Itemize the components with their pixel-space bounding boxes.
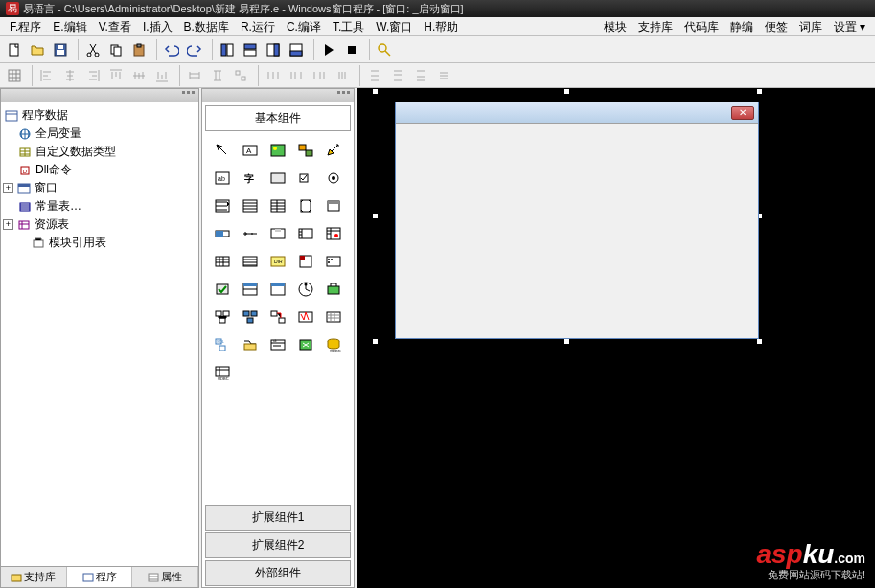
- tree-node-const[interactable]: 常量表…: [3, 197, 196, 215]
- component-item-2[interactable]: [265, 138, 290, 163]
- align-center-v-button[interactable]: [128, 65, 150, 86]
- component-item-19[interactable]: [321, 221, 346, 246]
- expand-icon[interactable]: +: [3, 183, 13, 193]
- align-right-button[interactable]: [82, 65, 104, 86]
- tree-node-datatype[interactable]: 自定义数据类型: [3, 143, 196, 161]
- tab-program[interactable]: 程序: [67, 567, 133, 587]
- component-item-10[interactable]: [210, 193, 235, 218]
- menu-module[interactable]: 模块: [598, 17, 633, 35]
- same-width-button[interactable]: [184, 65, 205, 86]
- component-item-1[interactable]: A: [238, 138, 263, 163]
- component-item-25[interactable]: [210, 277, 235, 302]
- component-item-35[interactable]: SQL: [210, 332, 235, 357]
- menu-window[interactable]: W.窗口: [370, 17, 418, 35]
- redo-button[interactable]: [184, 39, 205, 60]
- hspace-inc-button[interactable]: [286, 65, 307, 86]
- hspace-zero-button[interactable]: [332, 65, 353, 86]
- design-form-window[interactable]: ✕: [395, 102, 759, 339]
- component-item-9[interactable]: [321, 166, 346, 191]
- hspace-dec-button[interactable]: [309, 65, 330, 86]
- menu-staticcompile[interactable]: 静编: [725, 17, 759, 35]
- vspace-inc-button[interactable]: [387, 65, 408, 86]
- layout2-button[interactable]: [240, 39, 261, 60]
- component-item-12[interactable]: [265, 193, 290, 218]
- vspace-zero-button[interactable]: [433, 65, 454, 86]
- vspace-equal-button[interactable]: [364, 65, 385, 86]
- tree-root[interactable]: 程序数据: [3, 106, 196, 124]
- copy-button[interactable]: [105, 39, 127, 60]
- undo-button[interactable]: [161, 39, 182, 60]
- menu-codelib[interactable]: 代码库: [679, 17, 725, 35]
- find-button[interactable]: [374, 39, 395, 60]
- tree-node-dll[interactable]: D Dll命令: [3, 161, 196, 179]
- component-item-31[interactable]: [238, 305, 263, 329]
- menu-insert[interactable]: I.插入: [137, 17, 178, 35]
- align-bottom-button[interactable]: [151, 65, 173, 86]
- component-tab-external[interactable]: 外部组件: [205, 560, 351, 586]
- menu-compile[interactable]: C.编译: [281, 17, 327, 35]
- new-file-button[interactable]: [4, 39, 25, 60]
- save-button[interactable]: [50, 39, 71, 60]
- menu-database[interactable]: B.数据库: [178, 17, 235, 35]
- menu-file[interactable]: F.程序: [4, 17, 47, 35]
- component-item-16[interactable]: [238, 221, 263, 246]
- same-height-button[interactable]: [207, 65, 228, 86]
- component-item-38[interactable]: [293, 332, 318, 357]
- form-client-area[interactable]: [396, 124, 758, 338]
- align-center-h-button[interactable]: [59, 65, 81, 86]
- component-tab-basic[interactable]: 基本组件: [205, 105, 351, 131]
- open-file-button[interactable]: [27, 39, 48, 60]
- align-top-button[interactable]: [105, 65, 127, 86]
- component-item-40[interactable]: ODBC: [210, 360, 235, 385]
- component-item-37[interactable]: ab: [265, 332, 290, 357]
- layout3-button[interactable]: [263, 39, 284, 60]
- hspace-equal-button[interactable]: [263, 65, 284, 86]
- menu-view[interactable]: V.查看: [93, 17, 137, 35]
- align-left-button[interactable]: [36, 65, 58, 86]
- component-item-8[interactable]: [293, 166, 318, 191]
- component-item-14[interactable]: [321, 193, 346, 218]
- tree-node-moduleref[interactable]: 模块引用表: [3, 234, 196, 252]
- component-item-18[interactable]: [293, 221, 318, 246]
- component-item-34[interactable]: [321, 305, 346, 329]
- tab-support-lib[interactable]: 支持库: [1, 567, 67, 587]
- same-size-button[interactable]: [230, 65, 251, 86]
- component-item-23[interactable]: [293, 249, 318, 274]
- form-designer[interactable]: ✕: [357, 88, 875, 588]
- paste-button[interactable]: [128, 39, 150, 60]
- component-item-7[interactable]: [265, 166, 290, 191]
- component-item-28[interactable]: [293, 277, 318, 302]
- component-item-3[interactable]: [293, 138, 318, 163]
- component-item-22[interactable]: DIR: [265, 249, 290, 274]
- layout1-button[interactable]: [217, 39, 238, 60]
- component-item-32[interactable]: [265, 305, 290, 329]
- tree-node-resource[interactable]: + 资源表: [3, 215, 196, 234]
- component-item-30[interactable]: [210, 305, 235, 329]
- expand-icon[interactable]: +: [3, 219, 13, 230]
- menu-tools[interactable]: T.工具: [327, 17, 370, 35]
- menu-help[interactable]: H.帮助: [418, 17, 464, 35]
- component-item-0[interactable]: [210, 138, 235, 163]
- tree-node-global[interactable]: 全局变量: [3, 124, 196, 143]
- component-item-24[interactable]: [321, 249, 346, 274]
- component-item-26[interactable]: [238, 277, 263, 302]
- component-item-33[interactable]: [293, 305, 318, 329]
- vspace-dec-button[interactable]: [410, 65, 431, 86]
- component-item-29[interactable]: [321, 277, 346, 302]
- component-item-15[interactable]: [210, 221, 235, 246]
- tab-property[interactable]: 属性: [132, 567, 198, 587]
- component-item-13[interactable]: [293, 193, 318, 218]
- menu-run[interactable]: R.运行: [235, 17, 281, 35]
- component-item-5[interactable]: ab: [210, 166, 235, 191]
- component-tab-ext1[interactable]: 扩展组件1: [205, 505, 351, 531]
- component-item-36[interactable]: [238, 332, 263, 357]
- menu-supportlib[interactable]: 支持库: [633, 17, 679, 35]
- component-item-20[interactable]: [210, 249, 235, 274]
- tree-node-windows[interactable]: + 窗口: [3, 179, 196, 197]
- component-item-17[interactable]: [265, 221, 290, 246]
- panel-header[interactable]: [202, 89, 354, 102]
- grid-toggle-button[interactable]: [4, 65, 25, 86]
- menu-dictionary[interactable]: 词库: [794, 17, 828, 35]
- component-item-39[interactable]: ODBC: [321, 332, 346, 357]
- component-tab-ext2[interactable]: 扩展组件2: [205, 532, 351, 558]
